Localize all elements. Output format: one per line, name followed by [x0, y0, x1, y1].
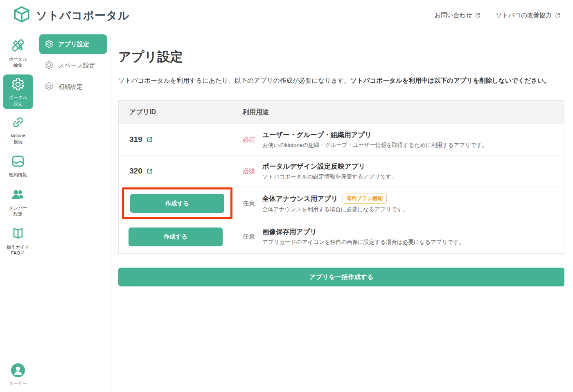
create-announce-app-button[interactable]: 作成する [130, 194, 224, 213]
app-title: 全体アナウンス用アプリ 有料プラン機能 [262, 194, 408, 204]
column-header-app-id: アプリID [119, 108, 236, 117]
members-icon [11, 187, 25, 203]
app-description: お使いのkintoneの組織・グループ・ユーザー情報を取得するために利用するアプ… [262, 142, 487, 149]
main-content: アプリ設定 ソトバコポータルを利用するにあたり、以下のアプリの作成が必要になりま… [111, 31, 573, 392]
app-title: ユーザー・グループ・組織用アプリ [262, 131, 487, 140]
settings-subnav: アプリ設定 スペース設定 初期設定 [36, 31, 111, 392]
sidebar-item-member-settings[interactable]: メンバー 設定 [3, 184, 33, 220]
requirement-label: 必須 [243, 167, 257, 175]
external-link-icon [20, 250, 25, 255]
usage-cell: 必須 ポータルデザイン設定反映アプリ ソトバコポータルの設定情報を保管するアプリ… [236, 157, 564, 186]
page-title: アプリ設定 [118, 48, 564, 65]
app-id-link[interactable]: 319 [119, 135, 236, 144]
sidebar-item-label: 契約情報 [9, 172, 27, 178]
app-header: ソトバコポータル お問い合わせ ソトバコの改善協力 [0, 0, 573, 31]
feedback-link-label: ソトバコの改善協力 [496, 11, 552, 19]
external-link-icon [146, 168, 153, 175]
table-row: 作成する 任意 画像保存用アプリ アプリカードのアイコンを独自の画像に設定する場… [119, 220, 564, 253]
gear-icon [45, 39, 54, 50]
sidebar-item-contract-info[interactable]: 契約情報 [3, 151, 33, 181]
table-row: 作成する 任意 全体アナウンス用アプリ 有料プラン機能 全体アナウンスを利用する… [119, 187, 564, 220]
app-title: ポータルデザイン設定反映アプリ [262, 162, 397, 171]
column-header-usage: 利用用途 [236, 108, 564, 117]
gear-icon [11, 77, 25, 93]
table-header: アプリID 利用用途 [119, 101, 564, 124]
highlight-box: 作成する [122, 187, 232, 219]
create-button-cell: 作成する [119, 187, 236, 219]
sidebar-item-kintone-connect[interactable]: kintone 接続 [3, 113, 33, 148]
contact-link-label: お問い合わせ [435, 11, 472, 19]
app-title: 画像保存用アプリ [262, 228, 465, 237]
app-id-link[interactable]: 320 [119, 167, 236, 176]
sidebar-item-portal-settings[interactable]: ポータル 設定 [3, 74, 33, 110]
user-menu[interactable]: ユーザー [9, 363, 27, 387]
user-label: ユーザー [9, 381, 27, 387]
requirement-label: 任意 [243, 200, 257, 207]
requirement-label: 必須 [243, 136, 257, 144]
guide-book-icon [11, 226, 25, 243]
contract-icon [11, 154, 25, 170]
sidebar-item-label: メンバー 設定 [9, 205, 27, 217]
external-link-icon [475, 12, 481, 18]
subnav-item-space-settings[interactable]: スペース設定 [39, 56, 107, 75]
page-description: ソトバコポータルを利用するにあたり、以下のアプリの作成が必要になります。ソトバコ… [118, 74, 564, 87]
subnav-item-label: 初期設定 [58, 83, 83, 91]
apps-table: アプリID 利用用途 319 必須 ユーザー・グループ・組織用アプリ お使いのk… [118, 100, 564, 254]
external-link-icon [555, 12, 561, 18]
sidebar-item-portal-edit[interactable]: ポータル 編集 [3, 35, 33, 71]
gear-icon [45, 82, 54, 92]
gear-icon [45, 61, 54, 71]
primary-sidebar: ポータル 編集 ポータル 設定 [0, 31, 36, 392]
portal-edit-icon [11, 38, 25, 54]
sidebar-item-label: ポータル 設定 [9, 95, 27, 107]
sidebar-item-label: kintone 接続 [11, 133, 25, 145]
sidebar-item-label: ポータル 編集 [9, 56, 27, 68]
logo-text: ソトバコポータル [36, 8, 129, 23]
subnav-item-app-settings[interactable]: アプリ設定 [39, 34, 107, 54]
create-button-cell: 作成する [119, 228, 236, 246]
app-logo: ソトバコポータル [12, 5, 129, 26]
logo-box-icon [12, 5, 31, 26]
subnav-item-label: アプリ設定 [58, 41, 89, 48]
table-row: 319 必須 ユーザー・グループ・組織用アプリ お使いのkintoneの組織・グ… [119, 124, 564, 155]
external-link-icon [146, 136, 153, 143]
sidebar-item-guide-faq[interactable]: 操作ガイド FAQ [3, 223, 33, 259]
feedback-link[interactable]: ソトバコの改善協力 [496, 11, 561, 19]
paid-plan-badge: 有料プラン機能 [343, 194, 387, 204]
usage-cell: 任意 全体アナウンス用アプリ 有料プラン機能 全体アナウンスを利用する場合に必要… [236, 188, 564, 219]
contact-link[interactable]: お問い合わせ [435, 11, 481, 19]
usage-cell: 任意 画像保存用アプリ アプリカードのアイコンを独自の画像に設定する場合は必要に… [236, 222, 564, 251]
subnav-item-label: スペース設定 [58, 62, 95, 70]
requirement-label: 任意 [243, 233, 257, 241]
app-description: 全体アナウンスを利用する場合に必要になるアプリです。 [262, 206, 408, 213]
usage-cell: 必須 ユーザー・グループ・組織用アプリ お使いのkintoneの組織・グループ・… [236, 125, 564, 154]
create-image-app-button[interactable]: 作成する [129, 228, 223, 246]
sidebar-item-label: 操作ガイド FAQ [7, 244, 29, 257]
app-description: ソトバコポータルの設定情報を保管するアプリです。 [262, 173, 397, 180]
link-icon [11, 115, 25, 131]
app-description: アプリカードのアイコンを独自の画像に設定する場合は必要になるアプリです。 [262, 239, 465, 246]
bulk-create-apps-button[interactable]: アプリを一括作成する [118, 268, 564, 286]
table-row: 320 必須 ポータルデザイン設定反映アプリ ソトバコポータルの設定情報を保管す… [119, 155, 564, 187]
subnav-item-initial-settings[interactable]: 初期設定 [39, 77, 107, 97]
user-circle-icon [11, 363, 25, 379]
header-links: お問い合わせ ソトバコの改善協力 [435, 11, 561, 19]
